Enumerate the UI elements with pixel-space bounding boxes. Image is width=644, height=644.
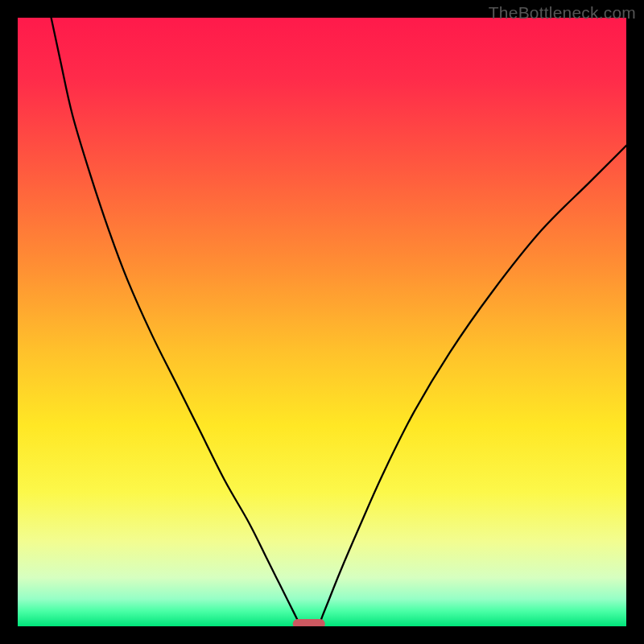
curves-svg [18,18,626,626]
curve-left-branch [52,18,301,626]
curve-right-branch [319,146,626,626]
chart-frame: TheBottleneck.com [0,0,644,644]
plot-area [18,18,626,626]
bottleneck-marker [293,619,325,626]
watermark-text: TheBottleneck.com [489,3,636,23]
